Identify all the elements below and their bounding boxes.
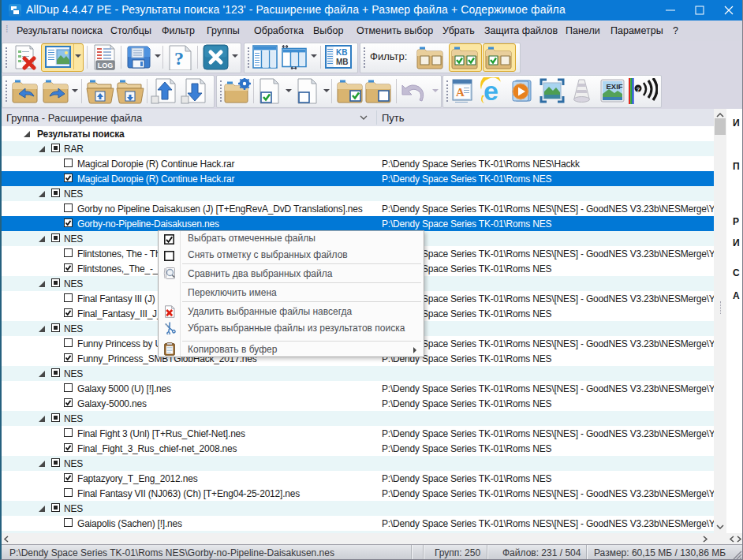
svg-text:MB: MB [336,58,349,66]
svg-text:?: ? [637,86,640,93]
svg-text:LOG: LOG [98,62,114,69]
svg-text:?: ? [174,48,184,69]
svg-text:KB: KB [336,48,347,57]
svg-text:EXIF: EXIF [607,82,623,91]
svg-text:e: e [484,77,498,104]
svg-text:A: A [456,86,465,99]
